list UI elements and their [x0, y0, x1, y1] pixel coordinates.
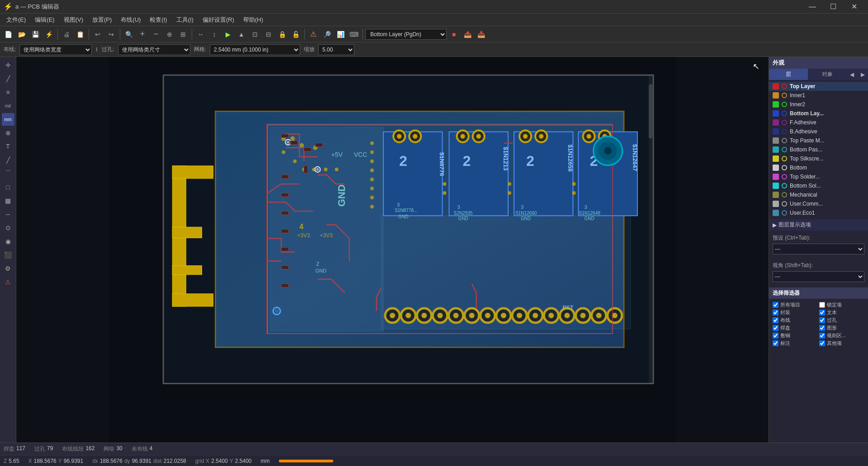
spread-button[interactable]: ⊡ [249, 28, 261, 41]
layer-item[interactable]: Bottom Sol... [769, 181, 868, 190]
menu-help[interactable]: 帮助(H) [239, 14, 268, 26]
unlock-button[interactable]: 🔓 [289, 28, 302, 41]
layer-item[interactable]: Top Silkscre... [769, 154, 868, 163]
layer-import-button[interactable]: 📥 [475, 28, 487, 41]
fill-tool[interactable]: ▦ [2, 194, 14, 207]
add-footprint-tool[interactable]: ⊕ [2, 127, 14, 139]
select-tool[interactable]: ✛ [2, 59, 14, 71]
layer-item[interactable]: Bottom Pas... [769, 145, 868, 154]
filter-checkbox[interactable] [773, 317, 778, 323]
zoom-custom-button[interactable]: ⊕ [163, 28, 176, 41]
print-button[interactable]: 🖨 [60, 28, 73, 41]
filter-checkbox[interactable] [773, 340, 778, 346]
show-layers-button[interactable]: ▶ 图层显示选项 [769, 219, 868, 231]
zoom-fit-button[interactable]: 🔍 [123, 28, 135, 41]
zoom-select[interactable]: 5.00 [318, 44, 354, 55]
layer-item[interactable]: User.Comm... [769, 199, 868, 208]
add-text-tool[interactable]: T [2, 140, 14, 153]
menu-route[interactable]: 布线(U) [116, 14, 145, 26]
view-select[interactable]: --- [773, 271, 864, 282]
layer-item[interactable]: Top Layer [769, 82, 868, 91]
grid-select[interactable]: 2.5400 mm (0.1000 in) [210, 44, 300, 55]
scripting-button[interactable]: ⌨ [348, 28, 360, 41]
route-single-tool[interactable]: ╱ [2, 72, 14, 85]
metric-tool active[interactable]: mm [2, 113, 14, 126]
menu-tools[interactable]: 工具(I) [172, 14, 198, 26]
layer-item[interactable]: F.Adhesive [769, 118, 868, 127]
filter-checkbox[interactable] [819, 302, 825, 308]
canvas-area[interactable]: GND VCC +5V 4 +3V3 +3V3 2 GND $1N8776 2 … [16, 57, 769, 442]
layer-item[interactable]: Inner2 [769, 100, 868, 109]
layer-item[interactable]: Top Paste M... [769, 136, 868, 145]
filter-checkbox[interactable] [819, 340, 825, 346]
dx-value: 188.5676 [100, 458, 123, 464]
menu-place[interactable]: 放置(P) [88, 14, 116, 26]
board-stats-button[interactable]: 📊 [334, 28, 347, 41]
lock-button[interactable]: 🔒 [276, 28, 288, 41]
board-setup-tool[interactable]: ⚙ [2, 262, 14, 275]
undo-button[interactable]: ↩ [91, 28, 104, 41]
filter-checkbox[interactable] [819, 310, 825, 315]
close-button[interactable]: ✕ [844, 0, 864, 14]
panel-collapse-left[interactable]: ◀ [847, 69, 857, 80]
grid-origin-tool[interactable]: ⊙ [2, 221, 14, 234]
via-size-select[interactable]: 使用网络类尺寸 [118, 44, 190, 55]
open-button[interactable]: 📂 [15, 28, 28, 41]
menu-preferences[interactable]: 偏好设置(R) [198, 14, 239, 26]
filter-checkbox[interactable] [819, 325, 825, 331]
route-diff-tool[interactable]: ≡ [2, 86, 14, 99]
copy-button[interactable]: 📋 [74, 28, 86, 41]
layer-item[interactable]: Top Solder... [769, 172, 868, 181]
layer-item[interactable]: Mechanical [769, 190, 868, 199]
layer-color-button[interactable]: ■ [448, 28, 460, 41]
spread2-button[interactable]: ⊟ [262, 28, 275, 41]
menu-view[interactable]: 视图(V) [59, 14, 88, 26]
run-button[interactable]: ▶ [222, 28, 234, 41]
panel-collapse-right[interactable]: ▶ [858, 69, 868, 80]
draw-rect-tool[interactable]: □ [2, 181, 14, 193]
tab-objects[interactable]: 对象 [808, 69, 847, 80]
flip-v-button[interactable]: ↕ [208, 28, 221, 41]
filter-checkbox[interactable] [773, 310, 778, 315]
layer-item[interactable]: B.Adhesive [769, 127, 868, 136]
schematic-button[interactable]: ⚡ [42, 28, 55, 41]
layer-select[interactable]: Bottom Layer (PgDn) [365, 29, 447, 40]
layer-export-button[interactable]: 📤 [461, 28, 474, 41]
layer-item[interactable]: User.Eco1 [769, 208, 868, 217]
zoom-in-button[interactable]: + [136, 28, 149, 41]
teardrops-tool[interactable]: ◉ [2, 235, 14, 248]
drc-side-tool[interactable]: ⚠ [2, 276, 14, 288]
copper-zone-tool[interactable]: ⬛ [2, 249, 14, 261]
filter-checkbox[interactable] [773, 302, 778, 308]
minimize-button[interactable]: — [802, 0, 823, 14]
zoom-selection-button[interactable]: ⊞ [177, 28, 189, 41]
layer-item[interactable]: Bottom Lay... [769, 109, 868, 118]
layer-item[interactable]: Inner1 [769, 91, 868, 100]
menu-edit[interactable]: 编辑(E) [30, 14, 59, 26]
measure-tool[interactable]: ↔ [2, 208, 14, 221]
statusbar2: Z 5.65 X 188.5676 Y 96.9391 dx 188.5676 … [0, 455, 868, 466]
filter-checkbox[interactable] [819, 317, 825, 323]
menu-inspect[interactable]: 检查(I) [145, 14, 171, 26]
preset-select[interactable]: --- [773, 244, 864, 254]
layer-item[interactable]: Bottom [769, 163, 868, 172]
menu-file[interactable]: 文件(E) [2, 14, 30, 26]
new-button[interactable]: 📄 [2, 28, 14, 41]
net-inspect-button[interactable]: 🔎 [321, 28, 333, 41]
maximize-button[interactable]: ☐ [823, 0, 844, 14]
flip-h-button[interactable]: ↔ [194, 28, 207, 41]
draw-line-tool[interactable]: ╱ [2, 154, 14, 166]
redo-button[interactable]: ↪ [105, 28, 118, 41]
mirror-button[interactable]: ▲ [235, 28, 248, 41]
imperial-tool[interactable]: mil [2, 99, 14, 112]
draw-arc-tool[interactable]: ⌒ [2, 167, 14, 180]
trace-width-select[interactable]: 使用网络类宽度 [19, 44, 92, 55]
drc-button[interactable]: ⚠ [307, 28, 320, 41]
tab-layers[interactable]: 层 [769, 69, 808, 80]
zoom-out-button[interactable]: − [150, 28, 162, 41]
pcb-canvas[interactable]: GND VCC +5V 4 +3V3 +3V3 2 GND $1N8776 2 … [16, 57, 769, 442]
filter-checkbox[interactable] [773, 333, 778, 339]
filter-checkbox[interactable] [819, 333, 825, 339]
filter-checkbox[interactable] [773, 325, 778, 331]
save-button[interactable]: 💾 [29, 28, 42, 41]
